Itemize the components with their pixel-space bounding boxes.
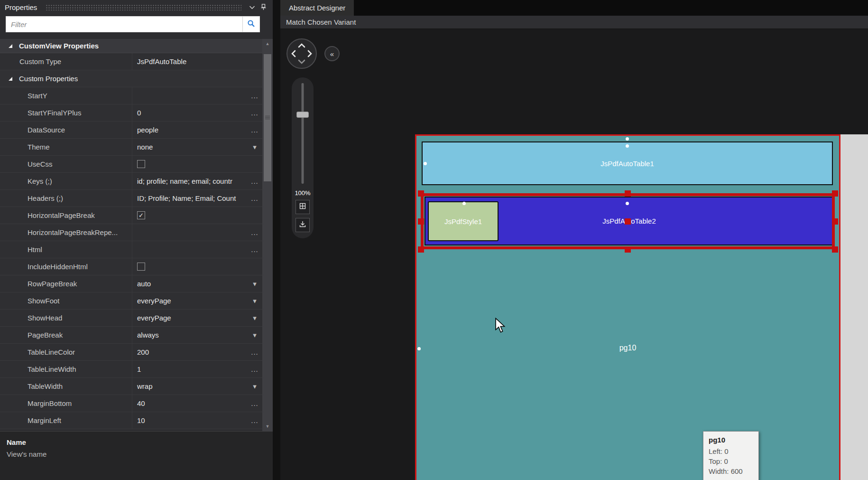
tab-abstract-designer[interactable]: Abstract Designer <box>280 0 354 16</box>
connector-dot-table1-top[interactable] <box>626 144 629 148</box>
connector-dot-style1-top[interactable] <box>462 202 466 205</box>
connector-dot-table2-top[interactable] <box>626 202 629 205</box>
connector-dot-page-left[interactable] <box>417 347 421 350</box>
property-row-starty[interactable]: StartY... <box>0 87 262 104</box>
resize-handle-top-center[interactable] <box>625 190 631 197</box>
chevron-down-icon[interactable] <box>247 3 257 11</box>
property-row-rowpagebreak[interactable]: RowPageBreakauto▾ <box>0 275 262 292</box>
property-value-cell[interactable]: ... <box>132 87 262 104</box>
panel-drag-grip[interactable] <box>46 4 241 10</box>
fit-to-view-button[interactable] <box>295 200 310 214</box>
property-value-cell[interactable]: people... <box>132 122 262 138</box>
export-button[interactable] <box>295 218 310 232</box>
dropdown-arrow-icon[interactable]: ▾ <box>247 280 262 288</box>
ellipsis-button[interactable]: ... <box>247 177 262 185</box>
ellipsis-button[interactable]: ... <box>247 348 262 356</box>
ellipsis-button[interactable]: ... <box>247 245 262 254</box>
resize-handle-bottom-center[interactable] <box>625 246 631 253</box>
property-row-custom-type[interactable]: Custom TypeJsPdfAutoTable <box>0 53 262 70</box>
property-row-datasource[interactable]: DataSourcepeople... <box>0 122 262 139</box>
property-value-cell[interactable]: ID; Profile; Name; Email; Count... <box>132 190 262 207</box>
zoom-slider-handle[interactable] <box>296 112 309 118</box>
property-row-includehiddenhtml[interactable]: IncludeHiddenHtml <box>0 258 262 275</box>
property-row-horizontalpagebreakrepe[interactable]: HorizontalPageBreakRepe...... <box>0 224 262 241</box>
property-row-theme[interactable]: Themenone▾ <box>0 139 262 156</box>
property-value-cell[interactable]: JsPdfAutoTable <box>132 53 262 70</box>
property-value-cell[interactable]: ✓ <box>132 207 262 224</box>
property-value-cell[interactable]: everyPage▾ <box>132 292 262 309</box>
property-value-cell[interactable]: 0... <box>132 104 262 121</box>
move-handle-center[interactable] <box>625 218 631 225</box>
scroll-down-icon[interactable]: ▼ <box>262 422 273 431</box>
scroll-up-icon[interactable]: ▲ <box>262 39 273 48</box>
resize-handle-middle-right[interactable] <box>832 218 838 225</box>
filter-input[interactable] <box>6 17 242 32</box>
resize-handle-bottom-left[interactable] <box>418 246 424 253</box>
property-value-cell[interactable]: ... <box>132 241 262 258</box>
property-row-usecss[interactable]: UseCss <box>0 156 262 173</box>
expander-open-icon[interactable] <box>9 44 12 48</box>
connector-dot-page-top[interactable] <box>626 137 629 141</box>
ellipsis-button[interactable]: ... <box>247 228 262 236</box>
design-viewport[interactable]: JsPdfAutoTable1 JsPdfAutoTable2 JsPdfSty… <box>280 29 868 480</box>
property-row-tablelinewidth[interactable]: TableLineWidth1... <box>0 361 262 378</box>
ellipsis-button[interactable]: ... <box>247 109 262 117</box>
element-jspdfautotable1[interactable]: JsPdfAutoTable1 <box>422 141 833 185</box>
property-row-custom-properties[interactable]: Custom Properties <box>0 70 262 87</box>
property-value-cell[interactable]: ... <box>132 224 262 241</box>
property-row-tablewidth[interactable]: TableWidthwrap▾ <box>0 378 262 395</box>
pin-icon[interactable] <box>259 3 268 11</box>
ellipsis-button[interactable]: ... <box>247 365 262 373</box>
ellipsis-button[interactable]: ... <box>247 194 262 202</box>
checkbox-checked[interactable]: ✓ <box>137 211 145 219</box>
property-value-cell[interactable]: 10... <box>132 412 262 429</box>
ellipsis-button[interactable]: ... <box>247 126 262 134</box>
ellipsis-button[interactable]: ... <box>247 416 262 424</box>
resize-handle-bottom-right[interactable] <box>832 246 838 253</box>
scrollbar-thumb[interactable] <box>264 54 271 181</box>
property-row-headers[interactable]: Headers (;)ID; Profile; Name; Email; Cou… <box>0 190 262 207</box>
property-row-html[interactable]: Html... <box>0 241 262 258</box>
resize-handle-top-left[interactable] <box>418 190 424 197</box>
dropdown-arrow-icon[interactable]: ▾ <box>247 382 262 391</box>
property-row-tablelinecolor[interactable]: TableLineColor200... <box>0 344 262 361</box>
property-row-horizontalpagebreak[interactable]: HorizontalPageBreak✓ <box>0 207 262 224</box>
expander-open-icon[interactable] <box>9 77 12 81</box>
property-value-cell[interactable]: everyPage▾ <box>132 310 262 326</box>
property-value-cell[interactable] <box>132 258 262 275</box>
property-value-cell[interactable]: wrap▾ <box>132 378 262 395</box>
property-value-cell[interactable]: 1... <box>132 361 262 377</box>
resize-handle-middle-left[interactable] <box>418 218 424 225</box>
property-value-cell[interactable]: id; profile; name; email; countr... <box>132 173 262 189</box>
property-value-cell[interactable]: always▾ <box>132 327 262 343</box>
pan-navigation-control[interactable] <box>286 38 317 69</box>
ellipsis-button[interactable]: ... <box>247 92 262 100</box>
checkbox-unchecked[interactable] <box>137 160 145 168</box>
property-row-keys[interactable]: Keys (;)id; profile; name; email; countr… <box>0 173 262 190</box>
dropdown-arrow-icon[interactable]: ▾ <box>247 331 262 339</box>
property-row-marginleft[interactable]: MarginLeft10... <box>0 412 262 429</box>
dropdown-arrow-icon[interactable]: ▾ <box>247 297 262 305</box>
page-pg10[interactable]: JsPdfAutoTable1 JsPdfAutoTable2 JsPdfSty… <box>415 134 840 480</box>
property-value-cell[interactable]: 40... <box>132 395 262 412</box>
property-value-cell[interactable] <box>132 156 262 172</box>
property-value-cell[interactable]: 200... <box>132 344 262 360</box>
checkbox-unchecked[interactable] <box>137 263 145 271</box>
search-button[interactable] <box>242 17 259 32</box>
properties-scrollbar[interactable]: ▲ ▼ <box>262 39 273 431</box>
resize-handle-top-right[interactable] <box>832 190 838 197</box>
property-row-pagebreak[interactable]: PageBreakalways▾ <box>0 327 262 344</box>
property-row-showhead[interactable]: ShowHeadeveryPage▾ <box>0 310 262 327</box>
connector-dot-table1-left[interactable] <box>424 162 427 165</box>
category-row-customview-properties[interactable]: CustomView Properties <box>0 39 262 53</box>
property-value-cell[interactable]: auto▾ <box>132 275 262 292</box>
dropdown-arrow-icon[interactable]: ▾ <box>247 314 262 322</box>
collapse-panel-button[interactable]: « <box>324 46 340 61</box>
ellipsis-button[interactable]: ... <box>247 399 262 407</box>
property-row-showfoot[interactable]: ShowFooteveryPage▾ <box>0 292 262 310</box>
property-value-cell[interactable]: none▾ <box>132 139 262 155</box>
property-row-marginbottom[interactable]: MarginBottom40... <box>0 395 262 412</box>
property-row-startyfinalyplus[interactable]: StartYFinalYPlus0... <box>0 104 262 122</box>
dropdown-arrow-icon[interactable]: ▾ <box>247 143 262 151</box>
zoom-slider-track[interactable] <box>302 83 304 184</box>
